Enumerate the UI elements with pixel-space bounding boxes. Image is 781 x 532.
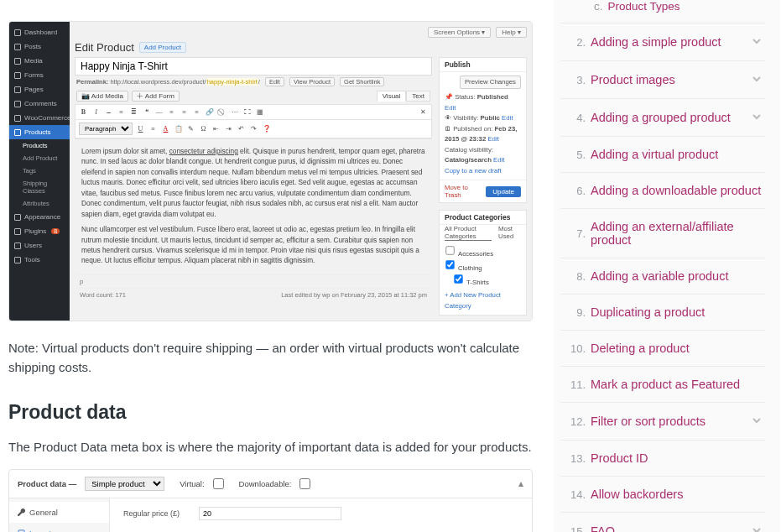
editor-tab-visual[interactable]: Visual bbox=[377, 91, 407, 102]
status-edit-link[interactable]: Edit bbox=[445, 104, 456, 112]
add-product-button[interactable]: Add Product bbox=[139, 42, 186, 53]
toc-label: Allow backorders bbox=[591, 488, 762, 501]
menu-tools[interactable]: Tools bbox=[9, 253, 70, 267]
downloadable-checkbox[interactable] bbox=[299, 478, 310, 489]
submenu-add-product[interactable]: Add Product bbox=[9, 152, 70, 164]
menu-appearance[interactable]: Appearance bbox=[9, 210, 70, 224]
pd-tab-general[interactable]: General bbox=[9, 502, 109, 523]
menu-forms[interactable]: Forms bbox=[9, 68, 70, 82]
toc-item[interactable]: 9.Duplicating a product bbox=[560, 294, 765, 330]
virtual-checkbox[interactable] bbox=[213, 478, 224, 489]
regular-price-input[interactable] bbox=[199, 507, 341, 520]
cat-clothing[interactable]: Clothing bbox=[440, 258, 526, 273]
menu-pages[interactable]: Pages bbox=[9, 82, 70, 96]
move-to-trash-link[interactable]: Move to Trash bbox=[445, 184, 486, 199]
add-new-category-link[interactable]: + Add New Product Category bbox=[445, 291, 501, 309]
unlink-icon[interactable]: ⃠ bbox=[217, 107, 226, 117]
publishedon-edit-link[interactable]: Edit bbox=[487, 135, 498, 143]
permalink-edit-button[interactable]: Edit bbox=[265, 77, 284, 86]
regular-price-label: Regular price (£) bbox=[123, 509, 199, 518]
toc-item[interactable]: 15.FAQ bbox=[560, 512, 765, 532]
submenu-products[interactable]: Products bbox=[9, 139, 70, 152]
pd-tab-inventory[interactable]: Inventory bbox=[9, 523, 109, 532]
editor-path: p bbox=[80, 278, 83, 285]
redo-icon[interactable]: ↷ bbox=[249, 124, 258, 133]
help-icon[interactable]: ❓ bbox=[262, 124, 271, 133]
chevron-down-icon bbox=[752, 72, 762, 87]
add-media-button[interactable]: 📷 Add Media bbox=[76, 91, 128, 102]
toc-item[interactable]: 3.Product images bbox=[560, 60, 765, 98]
product-title-input[interactable] bbox=[75, 57, 432, 76]
submenu-attributes[interactable]: Attributes bbox=[9, 197, 70, 210]
menu-plugins[interactable]: Plugins8 bbox=[9, 224, 70, 238]
menu-media[interactable]: Media bbox=[9, 54, 70, 68]
bold-icon[interactable]: B bbox=[79, 107, 88, 117]
permalink-view-button[interactable]: View Product bbox=[289, 77, 335, 86]
help-button[interactable]: Help ▾ bbox=[496, 27, 527, 38]
underline-icon[interactable]: U bbox=[136, 124, 145, 133]
clear-format-icon[interactable]: ✎ bbox=[186, 124, 195, 133]
menu-users[interactable]: Users bbox=[9, 238, 70, 253]
menu-dashboard[interactable]: Dashboard bbox=[9, 25, 70, 39]
outdent-icon[interactable]: ⇤ bbox=[211, 124, 221, 133]
link-icon[interactable]: 🔗 bbox=[205, 107, 214, 117]
catalogvis-edit-link[interactable]: Edit bbox=[493, 156, 504, 164]
preview-changes-button[interactable]: Preview Changes bbox=[460, 76, 521, 89]
toc-sub-item[interactable]: c.Product Types bbox=[560, 0, 765, 19]
toc-item[interactable]: 13.Product ID bbox=[560, 440, 765, 476]
permalink-shortlink-button[interactable]: Get Shortlink bbox=[340, 77, 384, 86]
menu-products[interactable]: Products bbox=[9, 125, 70, 139]
paste-text-icon[interactable]: 📋 bbox=[174, 124, 183, 133]
special-char-icon[interactable]: Ω bbox=[199, 124, 208, 133]
cat-tab-all[interactable]: All Product Categories bbox=[445, 225, 492, 241]
format-select[interactable]: Paragraph bbox=[79, 123, 133, 135]
cat-accessories[interactable]: Accessories bbox=[440, 244, 526, 258]
align-center-icon[interactable]: ≡ bbox=[180, 107, 189, 117]
fullscreen-icon[interactable]: ⛶ bbox=[242, 107, 252, 117]
cat-tab-mostused[interactable]: Most Used bbox=[498, 225, 521, 241]
editor-tab-text[interactable]: Text bbox=[406, 91, 430, 102]
number-list-icon[interactable]: ≣ bbox=[129, 107, 138, 117]
submenu-shipping-classes[interactable]: Shipping Classes bbox=[9, 177, 70, 197]
visibility-edit-link[interactable]: Edit bbox=[502, 114, 513, 122]
align-right-icon[interactable]: ≡ bbox=[192, 107, 201, 117]
menu-posts[interactable]: Posts bbox=[9, 39, 70, 54]
product-type-select[interactable]: Simple product bbox=[85, 477, 164, 491]
hr-icon[interactable]: — bbox=[154, 107, 164, 117]
toc-item[interactable]: 14.Allow backorders bbox=[560, 476, 765, 512]
toc-item[interactable]: 4.Adding a grouped product bbox=[560, 98, 765, 136]
toc-item[interactable]: 2.Adding a simple product bbox=[560, 23, 765, 60]
menu-comments[interactable]: Comments bbox=[9, 96, 70, 111]
kitchensink-icon[interactable]: ▦ bbox=[255, 107, 264, 117]
copy-draft-link[interactable]: Copy to a new draft bbox=[445, 167, 502, 175]
quote-icon[interactable]: ❝ bbox=[142, 107, 151, 117]
last-edited: Last edited by wp on February 23, 2015 a… bbox=[281, 291, 427, 299]
cat-tshirts[interactable]: T-Shirts bbox=[440, 273, 526, 287]
bullet-list-icon[interactable]: ≡ bbox=[117, 107, 126, 117]
editor-content[interactable]: Lorem ipsum dolor sit amet, consectetur … bbox=[75, 138, 432, 274]
distraction-free-icon[interactable]: ✕ bbox=[419, 107, 428, 117]
menu-woocommerce[interactable]: WooCommerce bbox=[9, 111, 70, 125]
submenu-tags[interactable]: Tags bbox=[9, 164, 70, 177]
undo-icon[interactable]: ↶ bbox=[237, 124, 246, 133]
toc-item[interactable]: 5.Adding a virtual product bbox=[560, 136, 765, 172]
toc-item[interactable]: 7.Adding an external/affiliate product bbox=[560, 208, 765, 258]
strike-icon[interactable]: ‒ bbox=[104, 107, 113, 117]
textcolor-icon[interactable]: A bbox=[161, 124, 170, 133]
products-icon bbox=[14, 129, 21, 136]
screen-options-button[interactable]: Screen Options ▾ bbox=[428, 27, 491, 38]
italic-icon[interactable]: I bbox=[91, 107, 101, 117]
more-icon[interactable]: ⋯ bbox=[230, 107, 239, 117]
justify-icon[interactable]: ≡ bbox=[148, 124, 158, 133]
indent-icon[interactable]: ⇥ bbox=[224, 124, 233, 133]
align-left-icon[interactable]: ≡ bbox=[167, 107, 176, 117]
update-button[interactable]: Update bbox=[486, 186, 521, 197]
add-form-button[interactable]: 🞡 Add Form bbox=[132, 91, 180, 102]
toc-number: 14. bbox=[564, 488, 586, 501]
toc-item[interactable]: 11.Mark a product as Featured bbox=[560, 366, 765, 402]
toc-item[interactable]: 8.Adding a variable product bbox=[560, 258, 765, 294]
toc-item[interactable]: 6.Adding a downloadable product bbox=[560, 172, 765, 208]
collapse-icon[interactable]: ▴ bbox=[518, 477, 523, 489]
toc-item[interactable]: 12.Filter or sort products bbox=[560, 402, 765, 440]
toc-item[interactable]: 10.Deleting a product bbox=[560, 330, 765, 366]
